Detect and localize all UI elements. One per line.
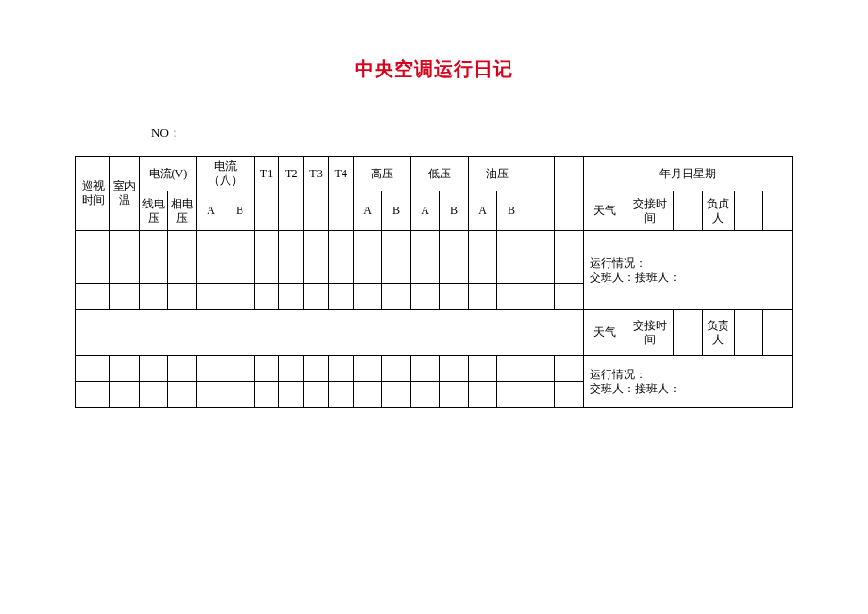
wide-blank — [76, 310, 584, 356]
col-B-1: B — [225, 191, 254, 231]
run-status: 运行情况： — [590, 257, 791, 271]
data-row: 运行情况： 交班人：接班人： — [76, 231, 793, 257]
col-blank-c — [674, 191, 702, 231]
col-t4-sub — [328, 191, 353, 231]
col-t3-sub — [304, 191, 328, 231]
number-label: NO： — [151, 124, 793, 141]
summary-block-1: 运行情况： 交班人：接班人： — [583, 231, 792, 310]
col-t1-sub — [254, 191, 278, 231]
col-op-B: B — [497, 191, 526, 231]
col-line-voltage: 线电压 — [139, 191, 167, 231]
col-handover-time-2: 交接时间 — [626, 310, 674, 356]
col-hp-B: B — [382, 191, 410, 231]
summary-block-2: 运行情况： 交班人：接班人： — [583, 356, 792, 408]
document-title: 中央空调运行日记 — [75, 57, 793, 82]
header-row-1: 巡视时间 室内温 电流(V) 电流（八） T1 T2 T3 T4 高压 低压 油… — [76, 157, 793, 191]
col-t4: T4 — [328, 157, 353, 191]
col-lp-A: A — [410, 191, 439, 231]
col-patrol-time: 巡视时间 — [76, 157, 110, 231]
separator-row: 天气 交接时间 负责人 — [76, 310, 793, 356]
col-weather-1: 天气 — [583, 191, 626, 231]
col-blank-g — [734, 310, 762, 356]
col-room-temp: 室内温 — [110, 157, 139, 231]
col-A-1: A — [196, 191, 225, 231]
col-blank-a — [526, 157, 554, 231]
col-t3: T3 — [304, 157, 328, 191]
col-high-pressure: 高压 — [353, 157, 410, 191]
col-t2: T2 — [279, 157, 304, 191]
col-t1: T1 — [254, 157, 278, 191]
col-responsible-1: 负贞人 — [702, 191, 734, 231]
col-handover-time-1: 交接时间 — [626, 191, 674, 231]
log-table: 巡视时间 室内温 电流(V) 电流（八） T1 T2 T3 T4 高压 低压 油… — [75, 156, 793, 408]
col-phase-voltage: 相电压 — [168, 191, 196, 231]
col-date-week: 年月日星期 — [583, 157, 792, 191]
col-blank-f — [674, 310, 702, 356]
col-current-v: 电流(V) — [139, 157, 196, 191]
col-lp-B: B — [440, 191, 468, 231]
run-status: 运行情况： — [590, 368, 791, 382]
handover-people: 交班人：接班人： — [590, 382, 791, 396]
col-blank-e — [763, 191, 793, 231]
col-hp-A: A — [353, 191, 381, 231]
col-blank-b — [555, 157, 583, 231]
col-responsible-2: 负责人 — [702, 310, 734, 356]
col-t2-sub — [279, 191, 304, 231]
col-blank-h — [763, 310, 793, 356]
col-op-A: A — [468, 191, 496, 231]
col-current-a: 电流（八） — [196, 157, 254, 191]
col-weather-2: 天气 — [583, 310, 626, 356]
handover-people: 交班人：接班人： — [590, 271, 791, 285]
data-row: 运行情况： 交班人：接班人： — [76, 356, 793, 382]
col-oil-pressure: 油压 — [468, 157, 526, 191]
header-row-2: 线电压 相电压 A B A B A B A B 天气 交接时间 负贞人 — [76, 191, 793, 231]
col-low-pressure: 低压 — [410, 157, 468, 191]
col-blank-d — [734, 191, 762, 231]
